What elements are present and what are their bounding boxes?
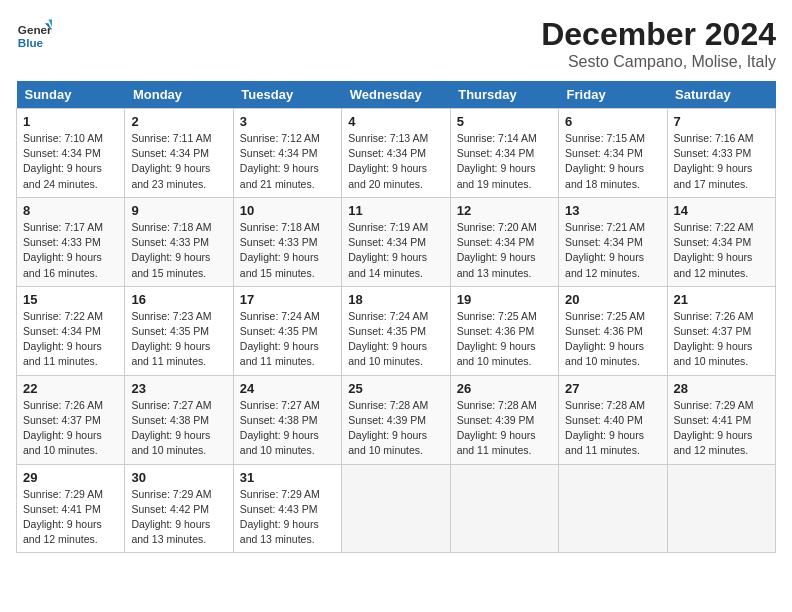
col-header-monday: Monday [125,81,233,109]
day-number: 16 [131,292,226,307]
calendar-cell: 30 Sunrise: 7:29 AM Sunset: 4:42 PM Dayl… [125,464,233,553]
col-header-sunday: Sunday [17,81,125,109]
calendar-cell: 11 Sunrise: 7:19 AM Sunset: 4:34 PM Dayl… [342,197,450,286]
title-area: December 2024 Sesto Campano, Molise, Ita… [541,16,776,71]
calendar-cell: 20 Sunrise: 7:25 AM Sunset: 4:36 PM Dayl… [559,286,667,375]
day-number: 24 [240,381,335,396]
calendar-cell: 24 Sunrise: 7:27 AM Sunset: 4:38 PM Dayl… [233,375,341,464]
day-number: 25 [348,381,443,396]
calendar-cell: 2 Sunrise: 7:11 AM Sunset: 4:34 PM Dayli… [125,109,233,198]
day-number: 15 [23,292,118,307]
calendar-cell: 10 Sunrise: 7:18 AM Sunset: 4:33 PM Dayl… [233,197,341,286]
day-number: 30 [131,470,226,485]
calendar-cell: 26 Sunrise: 7:28 AM Sunset: 4:39 PM Dayl… [450,375,558,464]
day-details: Sunrise: 7:12 AM Sunset: 4:34 PM Dayligh… [240,131,335,192]
day-number: 19 [457,292,552,307]
col-header-tuesday: Tuesday [233,81,341,109]
day-details: Sunrise: 7:19 AM Sunset: 4:34 PM Dayligh… [348,220,443,281]
day-details: Sunrise: 7:26 AM Sunset: 4:37 PM Dayligh… [23,398,118,459]
day-number: 9 [131,203,226,218]
header: General Blue December 2024 Sesto Campano… [16,16,776,71]
calendar-cell: 17 Sunrise: 7:24 AM Sunset: 4:35 PM Dayl… [233,286,341,375]
day-number: 28 [674,381,769,396]
calendar-cell: 16 Sunrise: 7:23 AM Sunset: 4:35 PM Dayl… [125,286,233,375]
day-details: Sunrise: 7:25 AM Sunset: 4:36 PM Dayligh… [457,309,552,370]
day-number: 11 [348,203,443,218]
calendar-cell: 18 Sunrise: 7:24 AM Sunset: 4:35 PM Dayl… [342,286,450,375]
calendar-cell [559,464,667,553]
day-details: Sunrise: 7:28 AM Sunset: 4:39 PM Dayligh… [457,398,552,459]
week-row-4: 22 Sunrise: 7:26 AM Sunset: 4:37 PM Dayl… [17,375,776,464]
calendar-cell [667,464,775,553]
location-subtitle: Sesto Campano, Molise, Italy [541,53,776,71]
calendar-cell: 25 Sunrise: 7:28 AM Sunset: 4:39 PM Dayl… [342,375,450,464]
day-details: Sunrise: 7:20 AM Sunset: 4:34 PM Dayligh… [457,220,552,281]
calendar-cell: 29 Sunrise: 7:29 AM Sunset: 4:41 PM Dayl… [17,464,125,553]
calendar-cell: 23 Sunrise: 7:27 AM Sunset: 4:38 PM Dayl… [125,375,233,464]
day-number: 12 [457,203,552,218]
day-number: 7 [674,114,769,129]
day-details: Sunrise: 7:17 AM Sunset: 4:33 PM Dayligh… [23,220,118,281]
calendar-cell: 6 Sunrise: 7:15 AM Sunset: 4:34 PM Dayli… [559,109,667,198]
day-details: Sunrise: 7:25 AM Sunset: 4:36 PM Dayligh… [565,309,660,370]
calendar-cell: 27 Sunrise: 7:28 AM Sunset: 4:40 PM Dayl… [559,375,667,464]
calendar-cell: 22 Sunrise: 7:26 AM Sunset: 4:37 PM Dayl… [17,375,125,464]
day-details: Sunrise: 7:22 AM Sunset: 4:34 PM Dayligh… [674,220,769,281]
day-number: 8 [23,203,118,218]
calendar-cell [342,464,450,553]
day-number: 20 [565,292,660,307]
calendar-cell: 19 Sunrise: 7:25 AM Sunset: 4:36 PM Dayl… [450,286,558,375]
day-details: Sunrise: 7:29 AM Sunset: 4:41 PM Dayligh… [674,398,769,459]
day-number: 27 [565,381,660,396]
calendar-cell: 9 Sunrise: 7:18 AM Sunset: 4:33 PM Dayli… [125,197,233,286]
calendar-cell: 3 Sunrise: 7:12 AM Sunset: 4:34 PM Dayli… [233,109,341,198]
calendar-header-row: SundayMondayTuesdayWednesdayThursdayFrid… [17,81,776,109]
day-details: Sunrise: 7:23 AM Sunset: 4:35 PM Dayligh… [131,309,226,370]
day-details: Sunrise: 7:16 AM Sunset: 4:33 PM Dayligh… [674,131,769,192]
day-number: 21 [674,292,769,307]
day-details: Sunrise: 7:28 AM Sunset: 4:40 PM Dayligh… [565,398,660,459]
col-header-thursday: Thursday [450,81,558,109]
col-header-saturday: Saturday [667,81,775,109]
calendar-cell: 7 Sunrise: 7:16 AM Sunset: 4:33 PM Dayli… [667,109,775,198]
calendar-cell [450,464,558,553]
day-details: Sunrise: 7:27 AM Sunset: 4:38 PM Dayligh… [131,398,226,459]
logo: General Blue [16,16,52,52]
calendar-cell: 1 Sunrise: 7:10 AM Sunset: 4:34 PM Dayli… [17,109,125,198]
calendar-cell: 5 Sunrise: 7:14 AM Sunset: 4:34 PM Dayli… [450,109,558,198]
calendar-cell: 4 Sunrise: 7:13 AM Sunset: 4:34 PM Dayli… [342,109,450,198]
day-details: Sunrise: 7:18 AM Sunset: 4:33 PM Dayligh… [240,220,335,281]
svg-text:Blue: Blue [18,36,44,49]
day-number: 22 [23,381,118,396]
day-details: Sunrise: 7:11 AM Sunset: 4:34 PM Dayligh… [131,131,226,192]
day-details: Sunrise: 7:18 AM Sunset: 4:33 PM Dayligh… [131,220,226,281]
day-number: 6 [565,114,660,129]
calendar-cell: 12 Sunrise: 7:20 AM Sunset: 4:34 PM Dayl… [450,197,558,286]
day-details: Sunrise: 7:29 AM Sunset: 4:43 PM Dayligh… [240,487,335,548]
calendar-cell: 13 Sunrise: 7:21 AM Sunset: 4:34 PM Dayl… [559,197,667,286]
col-header-friday: Friday [559,81,667,109]
day-details: Sunrise: 7:28 AM Sunset: 4:39 PM Dayligh… [348,398,443,459]
week-row-3: 15 Sunrise: 7:22 AM Sunset: 4:34 PM Dayl… [17,286,776,375]
calendar-cell: 28 Sunrise: 7:29 AM Sunset: 4:41 PM Dayl… [667,375,775,464]
day-details: Sunrise: 7:14 AM Sunset: 4:34 PM Dayligh… [457,131,552,192]
day-details: Sunrise: 7:10 AM Sunset: 4:34 PM Dayligh… [23,131,118,192]
day-details: Sunrise: 7:26 AM Sunset: 4:37 PM Dayligh… [674,309,769,370]
calendar-cell: 31 Sunrise: 7:29 AM Sunset: 4:43 PM Dayl… [233,464,341,553]
day-number: 23 [131,381,226,396]
day-number: 10 [240,203,335,218]
day-number: 26 [457,381,552,396]
day-number: 1 [23,114,118,129]
week-row-5: 29 Sunrise: 7:29 AM Sunset: 4:41 PM Dayl… [17,464,776,553]
logo-icon: General Blue [16,16,52,52]
day-number: 3 [240,114,335,129]
day-details: Sunrise: 7:22 AM Sunset: 4:34 PM Dayligh… [23,309,118,370]
calendar-table: SundayMondayTuesdayWednesdayThursdayFrid… [16,81,776,553]
calendar-cell: 8 Sunrise: 7:17 AM Sunset: 4:33 PM Dayli… [17,197,125,286]
week-row-2: 8 Sunrise: 7:17 AM Sunset: 4:33 PM Dayli… [17,197,776,286]
day-details: Sunrise: 7:29 AM Sunset: 4:42 PM Dayligh… [131,487,226,548]
day-number: 4 [348,114,443,129]
day-number: 29 [23,470,118,485]
day-number: 2 [131,114,226,129]
calendar-cell: 21 Sunrise: 7:26 AM Sunset: 4:37 PM Dayl… [667,286,775,375]
